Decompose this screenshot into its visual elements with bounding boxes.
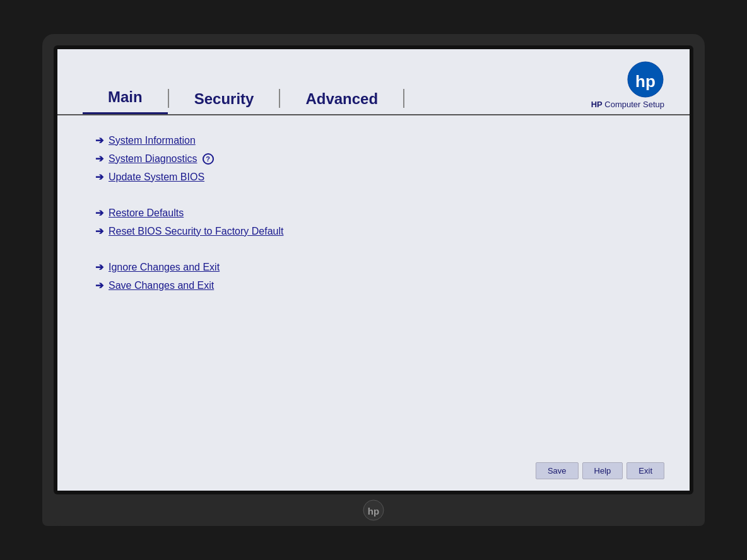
hp-logo-bottom-icon: hp (362, 499, 385, 522)
bios-content: ➔ System Information ➔ System Diagnostic… (57, 115, 690, 455)
menu-item-ignore-changes-exit[interactable]: ➔ Ignore Changes and Exit (95, 261, 652, 273)
svg-text:hp: hp (635, 72, 656, 91)
svg-text:hp: hp (368, 506, 379, 516)
hp-computer-setup-label: HP Computer Setup (591, 100, 664, 109)
update-system-bios-link[interactable]: Update System BIOS (109, 172, 204, 183)
tab-main[interactable]: Main (83, 88, 168, 114)
system-information-link[interactable]: System Information (109, 135, 196, 146)
bios-header: Main Security Advanced hp HP Computer Se… (57, 49, 690, 115)
ignore-changes-exit-link[interactable]: Ignore Changes and Exit (109, 262, 220, 273)
menu-item-update-system-bios[interactable]: ➔ Update System BIOS (95, 171, 652, 183)
tab-security[interactable]: Security (169, 90, 279, 114)
arrow-icon-restore-defaults: ➔ (95, 207, 103, 219)
hp-logo-icon: hp (626, 61, 664, 98)
arrow-icon-system-diagnostics: ➔ (95, 153, 103, 165)
hp-logo-area: hp HP Computer Setup (591, 61, 664, 114)
nav-divider-3 (403, 89, 404, 108)
arrow-icon-ignore-changes: ➔ (95, 261, 103, 273)
menu-item-reset-bios-security[interactable]: ➔ Reset BIOS Security to Factory Default (95, 225, 652, 237)
menu-item-restore-defaults[interactable]: ➔ Restore Defaults (95, 207, 652, 219)
menu-item-system-diagnostics[interactable]: ➔ System Diagnostics ? (95, 153, 652, 165)
arrow-icon-update-bios: ➔ (95, 171, 103, 183)
system-diagnostics-link[interactable]: System Diagnostics (109, 153, 197, 165)
tab-advanced[interactable]: Advanced (280, 90, 403, 114)
laptop-outer: Main Security Advanced hp HP Computer Se… (42, 34, 705, 526)
arrow-icon-reset-bios-security: ➔ (95, 225, 103, 237)
help-button[interactable]: Help (582, 462, 623, 479)
save-button[interactable]: Save (536, 462, 579, 479)
menu-group-info: ➔ System Information ➔ System Diagnostic… (95, 134, 652, 189)
bios-footer: Save Help Exit (57, 455, 690, 491)
bios-screen: Main Security Advanced hp HP Computer Se… (57, 49, 690, 491)
restore-defaults-link[interactable]: Restore Defaults (109, 207, 184, 219)
menu-group-defaults: ➔ Restore Defaults ➔ Reset BIOS Security… (95, 207, 652, 243)
arrow-icon-save-changes: ➔ (95, 279, 103, 291)
arrow-icon-system-information: ➔ (95, 134, 103, 146)
bios-nav: Main Security Advanced (83, 88, 404, 114)
menu-item-system-information[interactable]: ➔ System Information (95, 134, 652, 146)
exit-button[interactable]: Exit (626, 462, 664, 479)
save-changes-exit-link[interactable]: Save Changes and Exit (109, 280, 214, 291)
menu-group-exit: ➔ Ignore Changes and Exit ➔ Save Changes… (95, 261, 652, 298)
reset-bios-security-link[interactable]: Reset BIOS Security to Factory Default (109, 226, 283, 237)
screen-bezel: Main Security Advanced hp HP Computer Se… (54, 45, 693, 494)
laptop-bottom-bar: hp (54, 494, 693, 526)
help-icon-system-diagnostics[interactable]: ? (203, 153, 214, 165)
menu-item-save-changes-exit[interactable]: ➔ Save Changes and Exit (95, 279, 652, 291)
